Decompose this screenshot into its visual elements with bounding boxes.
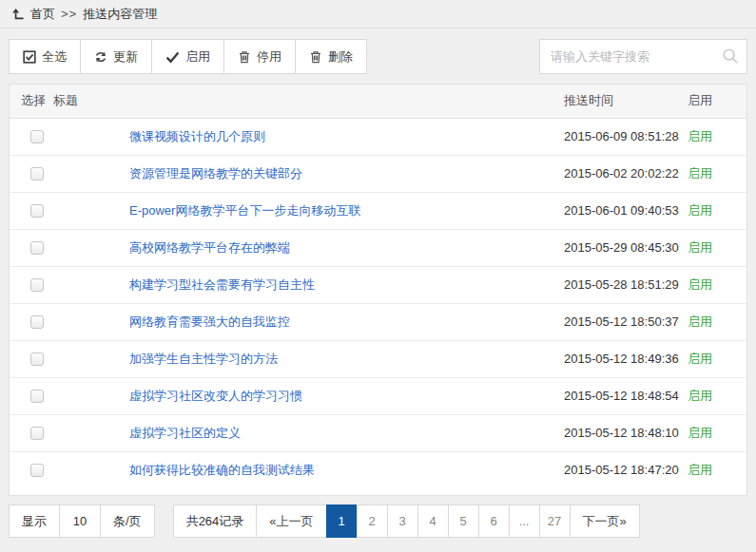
row-title-link[interactable]: 网络教育需要强大的自我监控 [129, 314, 290, 329]
table-body: 微课视频设计的几个原则 2015-06-09 08:51:28 启用 资源管理是… [10, 118, 746, 488]
enable-button[interactable]: 启用 [151, 39, 224, 74]
row-checkbox[interactable] [30, 130, 44, 143]
row-push-time: 2015-05-12 18:49:36 [564, 340, 688, 377]
row-title-link[interactable]: 虚拟学习社区的定义 [129, 426, 241, 440]
row-checkbox[interactable] [30, 464, 44, 477]
row-push-time: 2015-05-12 18:48:54 [564, 377, 688, 414]
disable-button[interactable]: 停用 [223, 39, 296, 74]
breadcrumb-separator: >> [61, 7, 77, 21]
row-title-cell: 加强学生自主性学习的方法 [49, 340, 564, 377]
header-select: 选择 [10, 85, 49, 118]
page-size-group: 显示 10 条/页 [9, 504, 155, 538]
table-row: 加强学生自主性学习的方法 2015-05-12 18:49:36 启用 [10, 340, 746, 377]
row-title-link[interactable]: 虚拟学习社区改变人的学习习惯 [129, 389, 302, 403]
row-title-link[interactable]: E-power网络教学平台下一步走向移动互联 [129, 203, 360, 218]
row-status-cell: 启用 [688, 118, 746, 155]
row-select-cell [10, 340, 49, 377]
total-records-label: 共264记录 [173, 504, 258, 538]
row-title-link[interactable]: 资源管理是网络教学的关键部分 [129, 166, 302, 181]
row-select-cell [10, 229, 49, 266]
row-title-cell: 构建学习型社会需要有学习自主性 [49, 266, 564, 303]
table-row: 网络教育需要强大的自我监控 2015-05-12 18:50:37 启用 [10, 303, 746, 340]
row-status-link[interactable]: 启用 [688, 463, 712, 477]
row-checkbox[interactable] [30, 278, 44, 292]
row-checkbox[interactable] [30, 167, 44, 181]
page-number-button[interactable]: 5 [448, 504, 479, 538]
next-page-button[interactable]: 下一页» [570, 504, 640, 538]
disable-label: 停用 [257, 48, 281, 66]
row-status-cell: 启用 [688, 377, 746, 414]
row-status-link[interactable]: 启用 [688, 389, 712, 403]
prev-page-button[interactable]: «上一页 [256, 504, 326, 538]
content-table: 选择 标题 推送时间 启用 微课视频设计的几个原则 2015-06-09 08:… [10, 85, 746, 488]
header-push-time: 推送时间 [564, 85, 688, 118]
row-title-link[interactable]: 如何获得比较准确的自我测试结果 [129, 463, 315, 477]
row-title-link[interactable]: 加强学生自主性学习的方法 [129, 352, 278, 366]
table-row: 微课视频设计的几个原则 2015-06-09 08:51:28 启用 [10, 118, 746, 155]
checked-box-icon [23, 50, 36, 64]
row-checkbox[interactable] [30, 352, 44, 366]
row-push-time: 2015-05-12 18:50:37 [564, 303, 688, 340]
table-row: E-power网络教学平台下一步走向移动互联 2015-06-01 09:40:… [10, 192, 746, 229]
update-button[interactable]: 更新 [80, 39, 152, 74]
row-status-link[interactable]: 启用 [688, 277, 712, 292]
row-status-link[interactable]: 启用 [688, 314, 712, 329]
select-all-button[interactable]: 全选 [9, 39, 81, 74]
row-select-cell [10, 377, 49, 414]
row-status-link[interactable]: 启用 [688, 166, 712, 181]
update-label: 更新 [113, 48, 138, 66]
page-number-button[interactable]: 2 [357, 504, 388, 538]
row-title-link[interactable]: 微课视频设计的几个原则 [129, 129, 265, 143]
row-push-time: 2015-05-12 18:48:10 [564, 414, 688, 451]
row-select-cell [10, 118, 49, 155]
row-push-time: 2015-06-01 09:40:53 [564, 192, 688, 229]
breadcrumb-home-link[interactable]: 首页 [30, 6, 55, 23]
enable-label: 启用 [185, 48, 210, 66]
row-checkbox[interactable] [30, 315, 44, 329]
select-all-label: 全选 [42, 48, 67, 66]
page-number-button[interactable]: 27 [539, 504, 571, 538]
row-status-link[interactable]: 启用 [688, 240, 712, 255]
row-title-cell: 网络教育需要强大的自我监控 [49, 303, 564, 340]
table-row: 如何获得比较准确的自我测试结果 2015-05-12 18:47:20 启用 [10, 451, 746, 488]
row-status-cell: 启用 [688, 414, 746, 451]
page-number-button[interactable]: 3 [387, 504, 418, 538]
breadcrumb-current: 推送内容管理 [83, 6, 157, 23]
row-status-cell: 启用 [688, 340, 746, 377]
row-title-cell: 资源管理是网络教学的关键部分 [49, 155, 564, 192]
row-status-link[interactable]: 启用 [688, 352, 712, 366]
row-title-link[interactable]: 构建学习型社会需要有学习自主性 [129, 277, 315, 292]
row-title-cell: 微课视频设计的几个原则 [49, 118, 564, 155]
delete-button[interactable]: 删除 [295, 39, 367, 74]
header-title: 标题 [49, 85, 564, 118]
row-title-link[interactable]: 高校网络教学平台存在的弊端 [129, 240, 290, 255]
row-checkbox[interactable] [30, 204, 44, 218]
row-checkbox[interactable] [30, 390, 44, 403]
row-status-cell: 启用 [688, 266, 746, 303]
refresh-icon [94, 50, 107, 64]
search-icon[interactable] [722, 48, 739, 67]
row-checkbox[interactable] [30, 427, 44, 440]
page-number-button[interactable]: 1 [326, 504, 358, 538]
trash-icon [309, 50, 322, 64]
row-title-cell: 如何获得比较准确的自我测试结果 [49, 451, 564, 488]
row-select-cell [10, 414, 49, 451]
row-select-cell [10, 266, 49, 303]
row-push-time: 2015-05-29 08:45:30 [564, 229, 688, 266]
row-status-cell: 启用 [688, 229, 746, 266]
breadcrumb: 首页 >> 推送内容管理 [0, 0, 756, 29]
row-status-link[interactable]: 启用 [688, 203, 712, 218]
row-checkbox[interactable] [30, 241, 44, 255]
delete-label: 删除 [328, 48, 353, 66]
page-number-button[interactable]: 6 [478, 504, 510, 538]
row-status-link[interactable]: 启用 [688, 129, 712, 143]
page-number-button[interactable]: 4 [417, 504, 449, 538]
page-size-select[interactable]: 10 [59, 504, 101, 538]
row-status-link[interactable]: 启用 [688, 426, 712, 440]
search-input[interactable] [539, 39, 747, 74]
search-box [539, 39, 747, 74]
row-select-cell [10, 303, 49, 340]
page-number-button[interactable]: ... [509, 504, 540, 538]
row-title-cell: 高校网络教学平台存在的弊端 [49, 229, 564, 266]
action-button-group: 全选 更新 启用 [9, 39, 367, 74]
